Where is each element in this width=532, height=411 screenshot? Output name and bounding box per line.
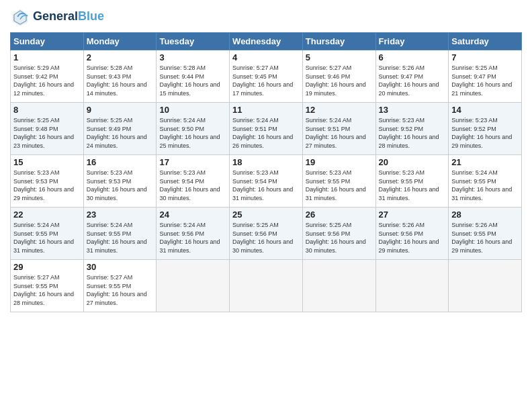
calendar-cell: 8Sunrise: 5:25 AMSunset: 9:48 PMDaylight… — [11, 103, 84, 155]
day-info: Sunrise: 5:25 AMSunset: 9:56 PMDaylight:… — [232, 221, 300, 255]
calendar-cell: 29Sunrise: 5:27 AMSunset: 9:55 PMDayligh… — [11, 260, 84, 312]
calendar-cell: 24Sunrise: 5:24 AMSunset: 9:56 PMDayligh… — [157, 208, 230, 260]
calendar-cell: 4Sunrise: 5:27 AMSunset: 9:45 PMDaylight… — [230, 50, 303, 103]
calendar-cell: 16Sunrise: 5:23 AMSunset: 9:53 PMDayligh… — [83, 155, 157, 208]
calendar-week-row: 1Sunrise: 5:29 AMSunset: 9:42 PMDaylight… — [11, 50, 522, 103]
calendar-cell: 13Sunrise: 5:23 AMSunset: 9:52 PMDayligh… — [375, 103, 449, 155]
day-info: Sunrise: 5:23 AMSunset: 9:55 PMDaylight:… — [379, 169, 446, 202]
day-number: 1 — [13, 52, 81, 62]
calendar-cell: 9Sunrise: 5:25 AMSunset: 9:49 PMDaylight… — [83, 103, 157, 155]
day-number: 22 — [13, 210, 81, 220]
day-number: 20 — [379, 157, 446, 167]
day-number: 13 — [379, 105, 446, 115]
day-number: 26 — [306, 210, 373, 220]
day-number: 27 — [379, 210, 446, 220]
day-number: 24 — [159, 210, 226, 220]
calendar-cell: 14Sunrise: 5:23 AMSunset: 9:52 PMDayligh… — [449, 103, 522, 155]
calendar-cell — [449, 260, 522, 312]
weekday-header: Friday — [375, 33, 449, 50]
day-number: 21 — [451, 157, 519, 167]
day-info: Sunrise: 5:23 AMSunset: 9:53 PMDaylight:… — [87, 169, 154, 202]
weekday-header: Wednesday — [230, 33, 303, 50]
day-number: 2 — [87, 52, 154, 62]
calendar-cell: 22Sunrise: 5:24 AMSunset: 9:55 PMDayligh… — [11, 208, 84, 260]
calendar-cell: 18Sunrise: 5:23 AMSunset: 9:54 PMDayligh… — [230, 155, 303, 208]
day-info: Sunrise: 5:23 AMSunset: 9:54 PMDaylight:… — [159, 169, 226, 202]
day-number: 10 — [159, 105, 226, 115]
day-info: Sunrise: 5:23 AMSunset: 9:55 PMDaylight:… — [306, 169, 373, 202]
day-info: Sunrise: 5:26 AMSunset: 9:56 PMDaylight:… — [379, 221, 446, 255]
weekday-header: Monday — [83, 33, 157, 50]
day-info: Sunrise: 5:25 AMSunset: 9:48 PMDaylight:… — [13, 116, 81, 150]
day-info: Sunrise: 5:28 AMSunset: 9:43 PMDaylight:… — [87, 64, 154, 97]
calendar-week-row: 29Sunrise: 5:27 AMSunset: 9:55 PMDayligh… — [11, 260, 522, 312]
weekday-header: Saturday — [449, 33, 522, 50]
day-number: 19 — [306, 157, 373, 167]
day-info: Sunrise: 5:24 AMSunset: 9:55 PMDaylight:… — [451, 169, 519, 202]
day-number: 29 — [13, 262, 81, 272]
calendar-cell — [157, 260, 230, 312]
day-info: Sunrise: 5:28 AMSunset: 9:44 PMDaylight:… — [159, 64, 226, 97]
day-number: 16 — [87, 157, 154, 167]
calendar-week-row: 8Sunrise: 5:25 AMSunset: 9:48 PMDaylight… — [11, 103, 522, 155]
day-number: 17 — [159, 157, 226, 167]
calendar-cell: 26Sunrise: 5:25 AMSunset: 9:56 PMDayligh… — [302, 208, 375, 260]
day-info: Sunrise: 5:26 AMSunset: 9:47 PMDaylight:… — [379, 64, 446, 97]
calendar-cell: 3Sunrise: 5:28 AMSunset: 9:44 PMDaylight… — [157, 50, 230, 103]
day-number: 14 — [451, 105, 519, 115]
day-number: 12 — [306, 105, 373, 115]
day-number: 4 — [232, 52, 300, 62]
day-info: Sunrise: 5:24 AMSunset: 9:51 PMDaylight:… — [306, 116, 373, 150]
logo-icon — [10, 7, 30, 27]
calendar-cell: 2Sunrise: 5:28 AMSunset: 9:43 PMDaylight… — [83, 50, 157, 103]
day-number: 11 — [232, 105, 300, 115]
day-info: Sunrise: 5:24 AMSunset: 9:55 PMDaylight:… — [13, 221, 81, 255]
calendar-cell: 27Sunrise: 5:26 AMSunset: 9:56 PMDayligh… — [375, 208, 449, 260]
header: GeneralBlue — [10, 7, 522, 27]
day-number: 25 — [232, 210, 300, 220]
day-info: Sunrise: 5:23 AMSunset: 9:52 PMDaylight:… — [379, 116, 446, 150]
day-info: Sunrise: 5:26 AMSunset: 9:55 PMDaylight:… — [451, 221, 519, 255]
day-info: Sunrise: 5:23 AMSunset: 9:53 PMDaylight:… — [13, 169, 81, 202]
weekday-header: Thursday — [302, 33, 375, 50]
calendar-table: SundayMondayTuesdayWednesdayThursdayFrid… — [10, 32, 522, 312]
day-info: Sunrise: 5:25 AMSunset: 9:47 PMDaylight:… — [451, 64, 519, 97]
calendar-cell: 11Sunrise: 5:24 AMSunset: 9:51 PMDayligh… — [230, 103, 303, 155]
logo-text: GeneralBlue — [33, 10, 104, 24]
calendar-cell: 28Sunrise: 5:26 AMSunset: 9:55 PMDayligh… — [449, 208, 522, 260]
calendar-cell: 20Sunrise: 5:23 AMSunset: 9:55 PMDayligh… — [375, 155, 449, 208]
day-info: Sunrise: 5:27 AMSunset: 9:45 PMDaylight:… — [232, 64, 300, 97]
calendar-cell: 5Sunrise: 5:27 AMSunset: 9:46 PMDaylight… — [302, 50, 375, 103]
calendar-week-row: 15Sunrise: 5:23 AMSunset: 9:53 PMDayligh… — [11, 155, 522, 208]
calendar-cell: 1Sunrise: 5:29 AMSunset: 9:42 PMDaylight… — [11, 50, 84, 103]
calendar-cell: 15Sunrise: 5:23 AMSunset: 9:53 PMDayligh… — [11, 155, 84, 208]
day-info: Sunrise: 5:25 AMSunset: 9:56 PMDaylight:… — [306, 221, 373, 255]
weekday-header-row: SundayMondayTuesdayWednesdayThursdayFrid… — [11, 33, 522, 50]
calendar-cell: 12Sunrise: 5:24 AMSunset: 9:51 PMDayligh… — [302, 103, 375, 155]
calendar-cell: 7Sunrise: 5:25 AMSunset: 9:47 PMDaylight… — [449, 50, 522, 103]
svg-marker-0 — [13, 9, 28, 26]
day-info: Sunrise: 5:23 AMSunset: 9:52 PMDaylight:… — [451, 116, 519, 150]
calendar-cell — [302, 260, 375, 312]
day-number: 6 — [379, 52, 446, 62]
calendar-cell: 25Sunrise: 5:25 AMSunset: 9:56 PMDayligh… — [230, 208, 303, 260]
day-info: Sunrise: 5:29 AMSunset: 9:42 PMDaylight:… — [13, 64, 81, 97]
calendar-cell: 10Sunrise: 5:24 AMSunset: 9:50 PMDayligh… — [157, 103, 230, 155]
day-info: Sunrise: 5:23 AMSunset: 9:54 PMDaylight:… — [232, 169, 300, 202]
day-info: Sunrise: 5:27 AMSunset: 9:46 PMDaylight:… — [306, 64, 373, 97]
calendar-week-row: 22Sunrise: 5:24 AMSunset: 9:55 PMDayligh… — [11, 208, 522, 260]
day-info: Sunrise: 5:24 AMSunset: 9:56 PMDaylight:… — [159, 221, 226, 255]
day-info: Sunrise: 5:27 AMSunset: 9:55 PMDaylight:… — [13, 273, 81, 307]
calendar-cell: 21Sunrise: 5:24 AMSunset: 9:55 PMDayligh… — [449, 155, 522, 208]
day-info: Sunrise: 5:24 AMSunset: 9:50 PMDaylight:… — [159, 116, 226, 150]
day-number: 30 — [87, 262, 154, 272]
day-number: 28 — [451, 210, 519, 220]
day-info: Sunrise: 5:27 AMSunset: 9:55 PMDaylight:… — [87, 273, 154, 307]
calendar-cell — [230, 260, 303, 312]
calendar-cell: 17Sunrise: 5:23 AMSunset: 9:54 PMDayligh… — [157, 155, 230, 208]
day-info: Sunrise: 5:25 AMSunset: 9:49 PMDaylight:… — [87, 116, 154, 150]
day-number: 23 — [87, 210, 154, 220]
calendar-body: 1Sunrise: 5:29 AMSunset: 9:42 PMDaylight… — [11, 50, 522, 312]
day-number: 15 — [13, 157, 81, 167]
calendar-cell: 30Sunrise: 5:27 AMSunset: 9:55 PMDayligh… — [83, 260, 157, 312]
